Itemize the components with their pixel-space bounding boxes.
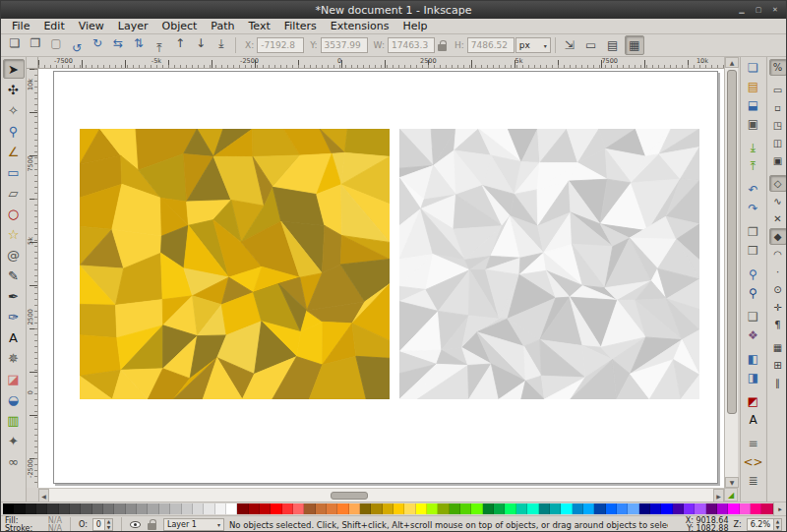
zoom-spinner[interactable]: 6.2% ▲▼ <box>747 518 782 531</box>
palette-swatch[interactable] <box>573 503 583 514</box>
palette-swatch[interactable] <box>695 503 705 514</box>
palette-swatch[interactable] <box>383 503 394 514</box>
raise-button[interactable]: ↑ <box>170 33 190 53</box>
rotate-cw-button[interactable]: ↻ <box>88 33 107 53</box>
snap-guide-toggle[interactable]: ∥ <box>769 375 787 391</box>
horizontal-ruler[interactable]: -7500-5k-2500025005k750010k <box>38 57 724 69</box>
palette-swatch[interactable] <box>26 503 36 514</box>
horizontal-scrollbar[interactable]: ◀ ▶ <box>38 488 724 502</box>
palette-swatch[interactable] <box>260 503 271 514</box>
palette-scroll-right-button[interactable]: ▸ <box>773 502 786 515</box>
palette-swatch[interactable] <box>249 503 260 514</box>
rotate-ccw-button[interactable]: ↺ <box>67 38 87 58</box>
palette-swatch[interactable] <box>561 503 572 514</box>
palette-swatch[interactable] <box>327 503 337 514</box>
node-tool[interactable]: ✣ <box>3 80 25 99</box>
lower-to-bottom-button[interactable]: ⤓ <box>212 33 231 53</box>
snap-bbox-edge-toggle[interactable]: ▫ <box>769 99 787 116</box>
palette-swatch[interactable] <box>404 503 415 514</box>
palette-swatch[interactable] <box>237 503 248 514</box>
palette-swatch[interactable] <box>505 503 515 514</box>
palette-swatch[interactable] <box>14 503 25 514</box>
minimize-button[interactable]: ▁ <box>736 4 748 16</box>
menu-filters[interactable]: Filters <box>277 19 324 33</box>
layers-dialog-button[interactable]: ≣ <box>743 472 764 490</box>
palette-swatch[interactable] <box>460 503 471 514</box>
palette-swatch[interactable] <box>628 503 638 514</box>
palette-swatch[interactable] <box>617 503 628 514</box>
snap-grid-toggle[interactable]: ⊞ <box>769 357 787 374</box>
palette-swatch[interactable] <box>360 503 371 514</box>
snap-text-baseline-toggle[interactable]: ¶ <box>769 317 787 333</box>
flip-horizontal-button[interactable]: ⇆ <box>108 33 128 53</box>
palette-swatch[interactable] <box>516 503 527 514</box>
import-image-button[interactable]: ⤓ <box>743 139 764 156</box>
palette-swatch[interactable] <box>293 503 304 514</box>
palette-swatch[interactable] <box>594 503 605 514</box>
gradient-tool[interactable]: ▥ <box>3 410 25 430</box>
text-tool[interactable]: A <box>3 327 25 347</box>
palette-swatch[interactable] <box>639 503 650 514</box>
box3d-tool[interactable]: ▱ <box>3 183 25 203</box>
menu-help[interactable]: Help <box>395 19 434 33</box>
palette-swatch[interactable] <box>170 503 181 514</box>
palette-swatch[interactable] <box>304 503 315 514</box>
snap-page-border-toggle[interactable]: ▦ <box>769 339 787 356</box>
spray-tool[interactable]: ✵ <box>3 348 25 368</box>
palette-swatch[interactable] <box>337 503 348 514</box>
menu-layer[interactable]: Layer <box>111 19 155 33</box>
menu-view[interactable]: View <box>72 19 111 33</box>
palette-swatch[interactable] <box>316 503 327 514</box>
palette-swatch[interactable] <box>606 503 617 514</box>
paste-button[interactable]: ❒ <box>743 242 764 260</box>
dropper-tool[interactable]: ✦ <box>3 431 25 450</box>
fill-stroke-indicator[interactable]: Fill:N/A Stroke:N/A <box>5 517 62 532</box>
palette-swatch[interactable] <box>36 503 47 514</box>
undo-button[interactable]: ↶ <box>743 181 764 199</box>
palette-swatch[interactable] <box>204 503 214 514</box>
snap-bbox-midpoint-toggle[interactable]: ◫ <box>769 135 787 151</box>
palette-swatch[interactable] <box>450 503 460 514</box>
palette-swatch[interactable] <box>59 503 70 514</box>
palette-swatch[interactable] <box>438 503 449 514</box>
drawing-canvas[interactable] <box>38 69 724 488</box>
deselect-button[interactable]: ▢ <box>46 33 66 53</box>
palette-swatch[interactable] <box>47 503 58 514</box>
palette-swatch[interactable] <box>282 503 293 514</box>
zoom-tool[interactable]: ⚲ <box>3 121 25 141</box>
palette-swatch[interactable] <box>103 503 114 514</box>
menu-path[interactable]: Path <box>204 19 241 33</box>
palette-swatch[interactable] <box>494 503 505 514</box>
lock-width-height-toggle[interactable] <box>438 44 447 51</box>
palette-swatch[interactable] <box>148 503 158 514</box>
calligraphy-tool[interactable]: ✑ <box>3 307 25 326</box>
text-dialog-button[interactable]: A <box>743 411 764 429</box>
menu-object[interactable]: Object <box>155 19 205 33</box>
palette-swatch[interactable] <box>371 503 382 514</box>
align-dialog-button[interactable]: ≡ <box>743 435 764 452</box>
eraser-tool[interactable]: ◪ <box>3 369 25 388</box>
scroll-left-arrow[interactable]: ◀ <box>38 489 49 502</box>
vertical-ruler[interactable]: 10k75005k25000-2500 <box>27 69 38 488</box>
star-tool[interactable]: ☆ <box>3 224 25 244</box>
move-gradients-toggle[interactable]: ▤ <box>603 35 623 55</box>
palette-swatch[interactable] <box>92 503 103 514</box>
vertical-scrollbar[interactable]: ▲ ▼ <box>724 57 738 488</box>
scroll-right-arrow[interactable]: ▶ <box>713 489 724 502</box>
palette-swatch[interactable] <box>583 503 594 514</box>
snap-bbox-toggle[interactable]: ▭ <box>769 82 787 98</box>
spinner-arrows-icon[interactable]: ▲▼ <box>773 519 781 530</box>
palette-swatch[interactable] <box>137 503 148 514</box>
pen-tool[interactable]: ✒ <box>3 286 25 306</box>
bucket-tool[interactable]: ◒ <box>3 389 25 409</box>
duplicate-button[interactable]: ❑ <box>743 308 764 325</box>
palette-swatch[interactable] <box>706 503 717 514</box>
palette-swatch[interactable] <box>751 503 761 514</box>
snap-midpoint-toggle[interactable]: · <box>769 264 787 280</box>
flip-vertical-button[interactable]: ⇅ <box>129 33 149 53</box>
raise-to-top-button[interactable]: ⤒ <box>150 38 169 58</box>
palette-swatch[interactable] <box>126 503 137 514</box>
zoom-to-drawing-button[interactable]: ⚲ <box>743 266 764 283</box>
snap-bbox-corner-toggle[interactable]: ◳ <box>769 117 787 134</box>
palette-swatch[interactable] <box>271 503 281 514</box>
